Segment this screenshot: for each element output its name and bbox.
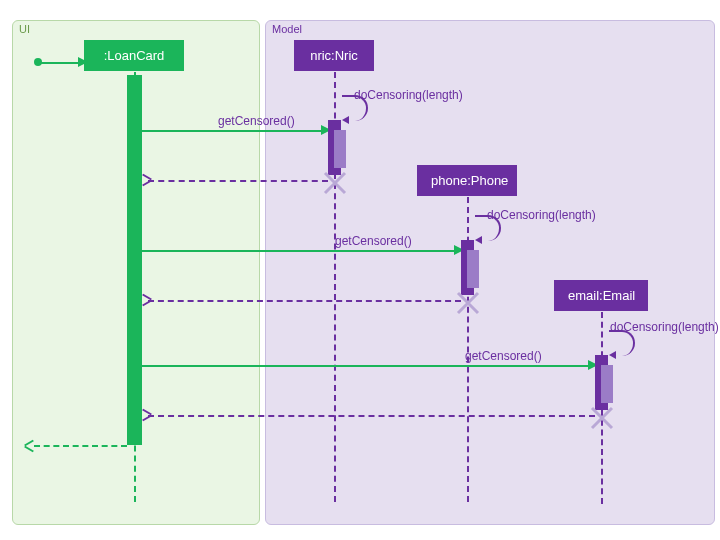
model-frame-label: Model bbox=[272, 23, 302, 35]
self-call-nric-arrow bbox=[342, 116, 349, 124]
return-email bbox=[148, 415, 595, 417]
return-email-arrow bbox=[142, 409, 152, 419]
label-docensoring-phone: doCensoring(length) bbox=[487, 208, 596, 222]
return-nric-arrow bbox=[142, 174, 152, 184]
participant-phone: phone:Phone bbox=[417, 165, 517, 196]
activation-loancard bbox=[127, 75, 142, 445]
self-call-email-arrow bbox=[609, 351, 616, 359]
label-getcensored-phone: getCensored() bbox=[335, 234, 412, 248]
label-getcensored-email: getCensored() bbox=[465, 349, 542, 363]
participant-loancard: :LoanCard bbox=[84, 40, 184, 71]
label-getcensored-nric: getCensored() bbox=[218, 114, 295, 128]
return-phone bbox=[148, 300, 461, 302]
ui-frame-label: UI bbox=[19, 23, 30, 35]
activation-phone-inner bbox=[467, 250, 479, 288]
model-frame: Model bbox=[265, 20, 715, 525]
participant-nric: nric:Nric bbox=[294, 40, 374, 71]
return-loancard-external-arrow bbox=[24, 439, 34, 451]
destroy-nric bbox=[322, 170, 348, 196]
activation-nric-inner bbox=[334, 130, 346, 168]
msg-getcensored-phone bbox=[142, 250, 460, 252]
found-message-origin bbox=[34, 58, 42, 66]
destroy-email bbox=[589, 405, 615, 431]
return-nric bbox=[148, 180, 328, 182]
label-docensoring-nric: doCensoring(length) bbox=[354, 88, 463, 102]
return-loancard-external bbox=[34, 445, 127, 447]
activation-email-inner bbox=[601, 365, 613, 403]
destroy-phone bbox=[455, 290, 481, 316]
participant-email: email:Email bbox=[554, 280, 648, 311]
label-docensoring-email: doCensoring(length) bbox=[610, 320, 719, 334]
self-call-phone-arrow bbox=[475, 236, 482, 244]
entry-arrowhead bbox=[78, 57, 88, 67]
return-phone-arrow bbox=[142, 294, 152, 304]
msg-getcensored-nric bbox=[142, 130, 327, 132]
msg-getcensored-email bbox=[142, 365, 594, 367]
